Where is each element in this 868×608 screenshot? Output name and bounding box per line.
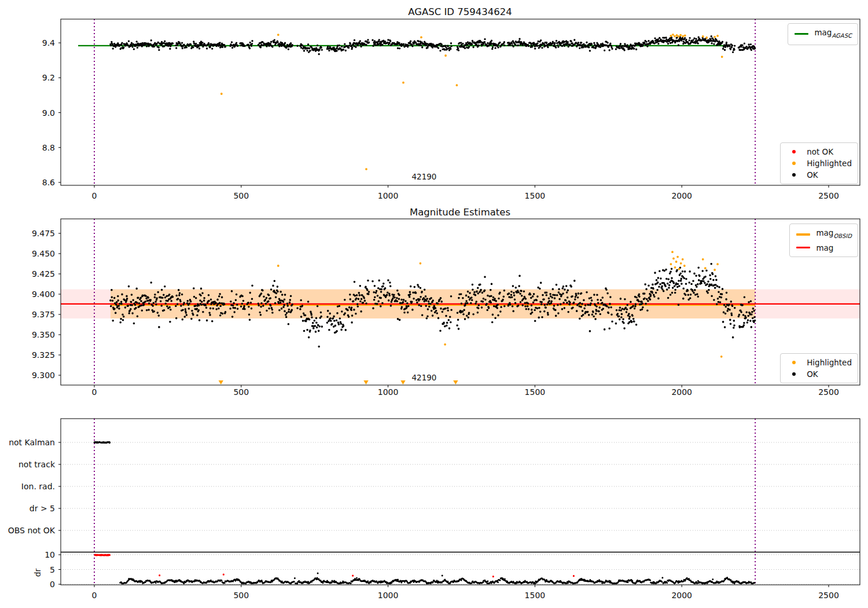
flag-category-label: not Kalman xyxy=(9,438,55,447)
x-tick-label: 2500 xyxy=(818,387,839,397)
legend-magest-1: HighlightedOK xyxy=(780,353,858,383)
legend-item-label: mag xyxy=(816,242,833,254)
y-tick-label: 9.475 xyxy=(32,229,55,238)
y-tick-label: 9.0 xyxy=(42,108,55,118)
dr-not-ok-run xyxy=(94,554,111,556)
dr-tick-label: 0 xyxy=(50,580,55,589)
legend-item: Highlighted xyxy=(786,357,852,368)
x-tick-label: 1000 xyxy=(378,591,399,600)
legend-dot-marker-icon xyxy=(786,150,801,153)
y-tick-label: 9.450 xyxy=(32,249,55,258)
legend-item: magAGASC xyxy=(794,27,852,42)
offscale-low-marker xyxy=(219,380,223,384)
y-tick-label: 9.425 xyxy=(32,269,55,279)
y-tick-label: 9.4 xyxy=(42,38,55,47)
x-tick-label: 500 xyxy=(233,591,249,600)
flag-not-kalman-run xyxy=(94,441,111,444)
legend-line-swatch-icon xyxy=(796,247,811,248)
x-tick-label: 500 xyxy=(233,191,249,200)
panel-agasc-render-layer: 9.49.29.08.88.605001000150020002500 xyxy=(42,19,860,200)
y-tick-label: 8.8 xyxy=(42,143,55,152)
x-tick-label: 1000 xyxy=(378,387,399,397)
legend-item-label: Highlighted xyxy=(807,158,852,169)
dr-not-ok-points xyxy=(159,574,575,578)
x-tick-label: 0 xyxy=(92,591,97,600)
legend-dot-marker-icon xyxy=(786,162,801,165)
y-tick-label: 9.300 xyxy=(32,371,55,380)
legend-item: magOBSID xyxy=(796,227,852,242)
offscale-low-marker xyxy=(400,380,405,384)
y-tick-label: 9.325 xyxy=(32,350,55,360)
legend-magest-0: magOBSIDmag xyxy=(789,224,858,257)
x-tick-label: 1500 xyxy=(525,591,546,600)
legend-item-label: magAGASC xyxy=(814,27,852,42)
x-tick-label: 1500 xyxy=(525,191,546,200)
x-tick-label: 0 xyxy=(92,191,97,200)
x-tick-label: 500 xyxy=(233,387,249,397)
dr-trace-ok xyxy=(119,573,755,585)
legend-dot-marker-icon xyxy=(786,372,801,376)
x-tick-label: 2000 xyxy=(671,191,692,200)
legend-item: OK xyxy=(786,169,852,181)
legend-item-label: OK xyxy=(807,169,818,181)
panel-flags-plot: not Kalmannot trackIon. rad.dr > 5OBS no… xyxy=(0,404,868,608)
panel-magest-plot: 9.4759.4509.4259.4009.3759.3509.3259.300… xyxy=(0,204,868,404)
x-tick-label: 1000 xyxy=(378,191,399,200)
flag-category-label: OBS not OK xyxy=(8,526,56,535)
panel-agasc-plot: 9.49.29.08.88.605001000150020002500 AGAS… xyxy=(0,0,868,204)
legend-line-swatch-icon xyxy=(796,233,811,236)
legend-item-label: Highlighted xyxy=(807,357,852,368)
y-tick-label: 8.6 xyxy=(42,178,55,187)
y-tick-label: 9.350 xyxy=(32,330,55,339)
legend-agasc-0: magAGASC xyxy=(788,23,858,45)
flag-category-label: not track xyxy=(19,460,56,469)
figure: 9.49.29.08.88.605001000150020002500 AGAS… xyxy=(0,0,868,608)
y-tick-label: 9.400 xyxy=(32,290,55,299)
x-tick-label: 2500 xyxy=(818,191,839,200)
panel-magest-title: Magnitude Estimates xyxy=(410,207,510,218)
legend-dot-marker-icon xyxy=(786,361,801,364)
y-tick-label: 9.375 xyxy=(32,310,55,319)
legend-line-swatch-icon xyxy=(794,33,809,35)
legend-item-label: OK xyxy=(807,368,818,380)
legend-item-label: not OK xyxy=(807,146,833,158)
dr-tick-label: 10 xyxy=(45,550,55,559)
legend-agasc-1: not OKHighlightedOK xyxy=(780,142,858,184)
legend-dot-marker-icon xyxy=(786,173,801,177)
x-tick-label: 2000 xyxy=(671,591,692,600)
legend-item: OK xyxy=(786,368,852,380)
x-tick-label: 0 xyxy=(92,387,97,397)
offscale-low-marker xyxy=(363,380,368,384)
y-tick-label: 9.2 xyxy=(42,73,55,82)
legend-item-label: magOBSID xyxy=(816,227,852,242)
legend-item: Highlighted xyxy=(786,158,852,169)
flag-category-label: Ion. rad. xyxy=(21,482,55,491)
panel-magest-obsid-annotation: 42190 xyxy=(412,373,437,382)
dr-axis-label: dr xyxy=(33,568,42,577)
panel-agasc-title: AGASC ID 759434624 xyxy=(408,6,512,17)
x-tick-label: 2500 xyxy=(818,591,839,600)
legend-item: not OK xyxy=(786,146,852,158)
legend-item: mag xyxy=(796,242,852,254)
x-tick-label: 2000 xyxy=(671,387,692,397)
x-tick-label: 1500 xyxy=(525,387,546,397)
dr-tick-label: 5 xyxy=(50,565,55,574)
offscale-low-marker xyxy=(453,380,458,384)
panel-flags-render-layer: not Kalmannot trackIon. rad.dr > 5OBS no… xyxy=(8,419,860,600)
panel-agasc-obsid-annotation: 42190 xyxy=(412,172,437,181)
flag-category-label: dr > 5 xyxy=(30,504,55,513)
scatter-highlighted xyxy=(220,34,723,170)
panel-magest-render-layer: 9.4759.4509.4259.4009.3759.3509.3259.300… xyxy=(32,219,860,397)
